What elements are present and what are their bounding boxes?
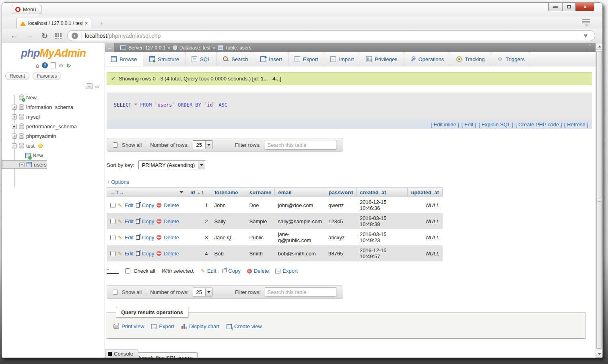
row-checkbox[interactable]	[110, 203, 115, 208]
tab-close-icon[interactable]: ×	[85, 21, 88, 26]
col-header-password[interactable]: password	[325, 188, 357, 197]
vertical-scrollbar[interactable]	[596, 43, 602, 358]
expand-icon[interactable]: +	[12, 105, 17, 110]
minimize-button[interactable]	[548, 3, 562, 11]
transpose-control[interactable]: ←T→	[110, 189, 124, 195]
tab-structure[interactable]: Structure	[143, 52, 185, 66]
expand-icon[interactable]: +	[12, 114, 17, 119]
col-header-email[interactable]: email	[275, 188, 325, 197]
col-header-updated-at[interactable]: updated_at	[408, 188, 443, 197]
docs-icon[interactable]	[51, 62, 56, 68]
row-copy-link[interactable]: Copy	[142, 251, 154, 257]
breadcrumb-table[interactable]: Table: users	[225, 45, 251, 51]
reload-button[interactable]: ↻	[40, 31, 49, 40]
row-edit-link[interactable]: Edit	[124, 202, 133, 208]
row-copy-link[interactable]: Copy	[142, 234, 154, 241]
row-edit-link[interactable]: Edit	[124, 218, 133, 224]
tree-item-new-database[interactable]: New	[2, 93, 105, 102]
tab-triggers[interactable]: ⚙Triggers	[491, 52, 531, 66]
scroll-up-button[interactable]	[596, 43, 603, 50]
row-checkbox[interactable]	[110, 251, 115, 256]
tree-item-test[interactable]: − test	[2, 141, 105, 150]
row-edit-link[interactable]: Edit	[124, 251, 133, 257]
opera-menu-button[interactable]: Menü	[12, 5, 41, 14]
scrollbar-thumb[interactable]	[596, 51, 602, 349]
url-text[interactable]: localhost/phpmyadmin/sql.php	[85, 33, 575, 39]
bookmark-heart-button[interactable]: ♥	[578, 31, 593, 41]
expand-icon[interactable]: +	[12, 134, 17, 139]
rows-per-page-select[interactable]: 25	[193, 288, 212, 296]
selected-copy-link[interactable]: Copy	[223, 268, 240, 274]
row-delete-link[interactable]: Delete	[164, 202, 179, 208]
favorites-button[interactable]: Favorites	[33, 72, 61, 80]
row-copy-link[interactable]: Copy	[142, 218, 154, 224]
tree-item-phpmyadmin[interactable]: + phpmyadmin	[2, 131, 105, 141]
maximize-button[interactable]	[562, 3, 576, 11]
col-header-surname[interactable]: surname	[246, 188, 275, 197]
new-tab-button[interactable]: +	[97, 19, 106, 27]
panel-toggle-button[interactable]: ←	[105, 43, 115, 52]
edit-link[interactable]: [ Edit ]	[462, 121, 476, 128]
console-tab[interactable]: Console	[105, 350, 138, 358]
recent-button[interactable]: Recent	[5, 72, 29, 80]
col-header-created-at[interactable]: created_at	[357, 188, 408, 197]
tree-item-mysql[interactable]: + mysql	[2, 112, 105, 121]
sort-key-select[interactable]: PRIMARY (Ascending)	[138, 160, 206, 169]
row-delete-link[interactable]: Delete	[164, 251, 179, 257]
tree-item-new-table[interactable]: New	[2, 150, 105, 160]
scroll-down-button[interactable]	[596, 351, 603, 358]
collapse-all-button[interactable]: −	[86, 83, 93, 89]
reload-nav-icon[interactable]: ↻	[66, 62, 71, 69]
back-button[interactable]: ←	[9, 31, 19, 40]
row-delete-link[interactable]: Delete	[164, 234, 179, 241]
column-dropdown-icon[interactable]	[179, 191, 183, 193]
breadcrumb-database[interactable]: Database: test	[179, 45, 210, 51]
check-all-checkbox[interactable]	[125, 268, 130, 274]
filter-table-input[interactable]	[265, 140, 336, 150]
link-icon[interactable]: ∞	[95, 83, 99, 89]
tab-browse[interactable]: Browse	[105, 52, 143, 66]
forward-button[interactable]: →	[25, 31, 34, 40]
create-view-link[interactable]: Create view	[227, 323, 262, 329]
browser-tab[interactable]: localhost / 127.0.0.1 / test ×	[16, 18, 91, 29]
row-delete-link[interactable]: Delete	[164, 218, 179, 224]
export-link[interactable]: Export	[151, 323, 174, 329]
tab-search[interactable]: Search	[217, 52, 254, 66]
col-header-forename[interactable]: forename	[211, 188, 246, 197]
selected-export-link[interactable]: Export	[275, 268, 298, 274]
tab-export[interactable]: Export	[289, 52, 325, 66]
home-icon[interactable]: ⌂	[35, 62, 39, 69]
breadcrumb-server[interactable]: Server: 127.0.0.1	[128, 45, 165, 51]
settings-gear-icon[interactable]: ⚙	[58, 62, 64, 69]
selected-delete-link[interactable]: Delete	[247, 268, 269, 274]
display-chart-link[interactable]: Display chart	[181, 323, 219, 329]
tree-item-users[interactable]: + users	[2, 160, 47, 169]
tab-operations[interactable]: Operations	[404, 52, 451, 66]
filter-table-input[interactable]	[265, 287, 336, 297]
print-view-link[interactable]: Print view	[113, 323, 144, 329]
create-php-code-link[interactable]: [ Create PHP code ]	[515, 121, 562, 128]
refresh-link[interactable]: [ Refresh ]	[564, 121, 588, 128]
selected-edit-link[interactable]: ✎Edit	[201, 268, 216, 274]
row-edit-link[interactable]: Edit	[124, 234, 133, 241]
phpmyadmin-logo[interactable]: phpMyAdmin	[2, 43, 105, 60]
explain-sql-link[interactable]: [ Explain SQL ]	[478, 121, 513, 128]
expand-icon[interactable]: +	[12, 124, 17, 129]
tab-tracking[interactable]: Tracking	[450, 52, 491, 66]
col-header-id[interactable]: id 1	[187, 188, 211, 197]
url-field[interactable]: ◐ localhost/phpmyadmin/sql.php ♥	[67, 30, 595, 41]
show-all-checkbox[interactable]	[113, 142, 118, 148]
rows-per-page-select[interactable]: 25	[193, 140, 212, 149]
close-button[interactable]: ✕	[576, 3, 594, 11]
help-icon[interactable]: ?	[42, 62, 48, 68]
row-copy-link[interactable]: Copy	[142, 202, 154, 208]
tab-sql[interactable]: SQL	[185, 52, 217, 66]
row-checkbox[interactable]	[110, 235, 115, 240]
speed-dial-icon[interactable]	[55, 33, 62, 39]
options-toggle[interactable]: + Options	[107, 179, 596, 185]
expand-icon[interactable]: +	[19, 162, 25, 167]
collapse-top-icon[interactable]: ⌃—	[588, 44, 592, 51]
edit-inline-link[interactable]: [ Edit inline ]	[431, 121, 459, 128]
tree-item-performance-schema[interactable]: + performance_schema	[2, 121, 105, 131]
tab-privileges[interactable]: Privileges	[360, 52, 404, 66]
